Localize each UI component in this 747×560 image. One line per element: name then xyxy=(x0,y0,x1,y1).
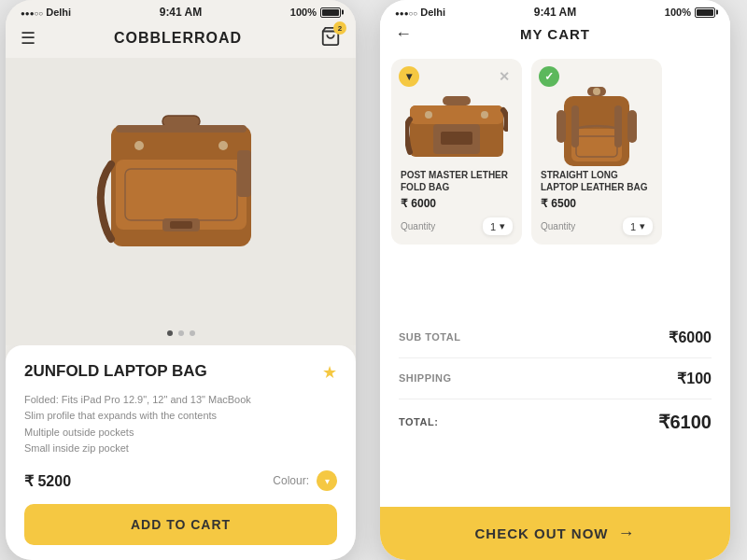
dot-2[interactable] xyxy=(178,330,184,336)
svg-rect-12 xyxy=(410,105,503,124)
totals-section: SUB TOTAL ₹6000 SHIPPING ₹100 TOTAL: ₹61… xyxy=(380,254,730,507)
svg-point-17 xyxy=(481,111,488,119)
cart-items-row: ▾ ✕ xyxy=(380,49,730,254)
colour-circle[interactable]: ▾ xyxy=(317,470,337,491)
remove-button-1[interactable]: ✕ xyxy=(494,66,514,87)
svg-rect-23 xyxy=(557,110,566,143)
battery-fill-left xyxy=(322,9,339,16)
status-bar-right: ●●●○○ Delhi 9:41 AM 100% xyxy=(380,0,730,22)
shipping-value: ₹100 xyxy=(677,370,712,387)
svg-point-9 xyxy=(134,141,144,150)
status-right-left: 100% xyxy=(290,7,341,18)
svg-rect-22 xyxy=(614,105,622,147)
feature-1: Folded: Fits iPad Pro 12.9", 12" and 13"… xyxy=(24,392,337,409)
cart-phone: ●●●○○ Delhi 9:41 AM 100% ← MY CART ▾ ✕ xyxy=(380,0,730,560)
star-icon: ★ xyxy=(322,362,337,383)
status-time-right: 9:41 AM xyxy=(534,6,577,19)
svg-rect-8 xyxy=(237,150,251,197)
cart-title: MY CART xyxy=(520,26,590,42)
image-dots xyxy=(167,330,195,336)
add-to-cart-button[interactable]: ADD TO CART xyxy=(24,504,337,545)
qty-chevron-1: ▾ xyxy=(500,220,505,232)
cart-item-1-name: POST MASTER LETHER FOLD BAG xyxy=(401,169,513,193)
svg-point-16 xyxy=(425,111,432,119)
battery-label-left: 100% xyxy=(290,7,317,18)
cart-item-2: ✓ xyxy=(531,59,662,245)
cart-item-2-qty-row: Quantity 1 ▾ xyxy=(541,217,653,235)
svg-point-10 xyxy=(218,141,228,150)
qty-select-1[interactable]: 1 ▾ xyxy=(483,217,513,235)
shipping-row: SHIPPING ₹100 xyxy=(399,358,712,399)
backpack-svg xyxy=(545,82,648,166)
cart-item-1-actions: ▾ ✕ xyxy=(399,66,514,87)
svg-point-25 xyxy=(593,88,600,95)
arrow-right-icon: → xyxy=(618,524,636,543)
total-row: TOTAL: ₹6100 xyxy=(399,399,712,444)
subtotal-value: ₹6000 xyxy=(669,329,712,346)
battery-fill-right xyxy=(697,9,713,16)
battery-icon-right xyxy=(695,7,715,18)
feature-3: Multiple outside pockets xyxy=(24,425,337,441)
battery-icon-left xyxy=(320,7,341,18)
svg-rect-14 xyxy=(441,132,472,145)
expand-button-1[interactable]: ▾ xyxy=(399,66,419,87)
hamburger-icon[interactable]: ☰ xyxy=(21,28,35,49)
shipping-label: SHIPPING xyxy=(399,372,452,384)
svg-rect-21 xyxy=(571,105,579,147)
product-image-area xyxy=(6,58,356,345)
svg-rect-5 xyxy=(170,221,192,229)
subtotal-row: SUB TOTAL ₹6000 xyxy=(399,317,712,358)
product-card: 2UNFOLD LAPTOP BAG ★ Folded: Fits iPad P… xyxy=(6,345,356,560)
dot-1[interactable] xyxy=(167,330,173,336)
cart-badge: 2 xyxy=(333,21,346,35)
product-image xyxy=(88,108,275,295)
colour-label: Colour: xyxy=(273,474,309,487)
brand-name: COBBLERROAD xyxy=(114,30,242,47)
qty-value-2: 1 xyxy=(630,221,636,232)
product-detail-phone: ●●●○○ Delhi 9:41 AM 100% ☰ COBBLERROAD 2 xyxy=(6,0,356,560)
status-right-right: 100% xyxy=(665,7,715,18)
colour-selector[interactable]: Colour: ▾ xyxy=(273,470,337,491)
cart-item-2-name: STRAIGHT LONG LAPTOP LEATHER BAG xyxy=(541,169,653,193)
checkout-label: CHECK OUT NOW xyxy=(475,525,609,541)
status-bar-left: ●●●○○ Delhi 9:41 AM 100% xyxy=(6,0,356,22)
cart-item-1-price: ₹ 6000 xyxy=(401,197,513,210)
product-price: ₹ 5200 xyxy=(24,472,71,490)
product-title-row: 2UNFOLD LAPTOP BAG ★ xyxy=(24,362,337,383)
cart-item-1: ▾ ✕ xyxy=(391,59,522,245)
cart-item-1-qty-row: Quantity 1 ▾ xyxy=(401,217,513,235)
battery-label-right: 100% xyxy=(665,7,691,18)
cart-item-2-price: ₹ 6500 xyxy=(541,197,653,210)
chevron-down-icon: ▾ xyxy=(325,476,330,486)
cart-item-2-actions: ✓ xyxy=(539,66,655,87)
qty-chevron-2: ▾ xyxy=(640,220,645,232)
check-button-2[interactable]: ✓ xyxy=(539,66,559,87)
feature-4: Small inside zip pocket xyxy=(24,441,337,457)
status-location-left: ●●●○○ Delhi xyxy=(21,7,71,18)
cart-nav: ← MY CART xyxy=(380,22,730,49)
cart-item-1-image xyxy=(405,87,508,161)
nav-bar-left: ☰ COBBLERROAD 2 xyxy=(6,22,356,58)
svg-rect-6 xyxy=(116,125,247,133)
price-colour-row: ₹ 5200 Colour: ▾ xyxy=(24,470,337,491)
svg-rect-15 xyxy=(443,96,471,105)
product-features: Folded: Fits iPad Pro 12.9", 12" and 13"… xyxy=(24,392,337,457)
cart-item-1-qty-label: Quantity xyxy=(401,221,435,231)
qty-value-1: 1 xyxy=(490,221,496,232)
messenger-bag-svg xyxy=(405,87,508,161)
status-time-left: 9:41 AM xyxy=(160,6,203,19)
cart-item-2-image xyxy=(545,87,648,161)
svg-rect-24 xyxy=(627,110,637,143)
feature-2: Slim profile that expands with the conte… xyxy=(24,408,337,425)
back-arrow-icon[interactable]: ← xyxy=(395,24,412,44)
status-location-right: ●●●○○ Delhi xyxy=(395,7,445,18)
total-value: ₹6100 xyxy=(658,411,712,433)
product-title: 2UNFOLD LAPTOP BAG xyxy=(24,362,207,381)
dot-3[interactable] xyxy=(190,330,195,336)
cart-button[interactable]: 2 xyxy=(320,26,341,50)
bag-svg xyxy=(88,108,275,304)
subtotal-label: SUB TOTAL xyxy=(399,331,460,343)
checkout-button[interactable]: CHECK OUT NOW → xyxy=(380,507,730,560)
qty-select-2[interactable]: 1 ▾ xyxy=(623,217,653,235)
total-label: TOTAL: xyxy=(399,416,438,427)
